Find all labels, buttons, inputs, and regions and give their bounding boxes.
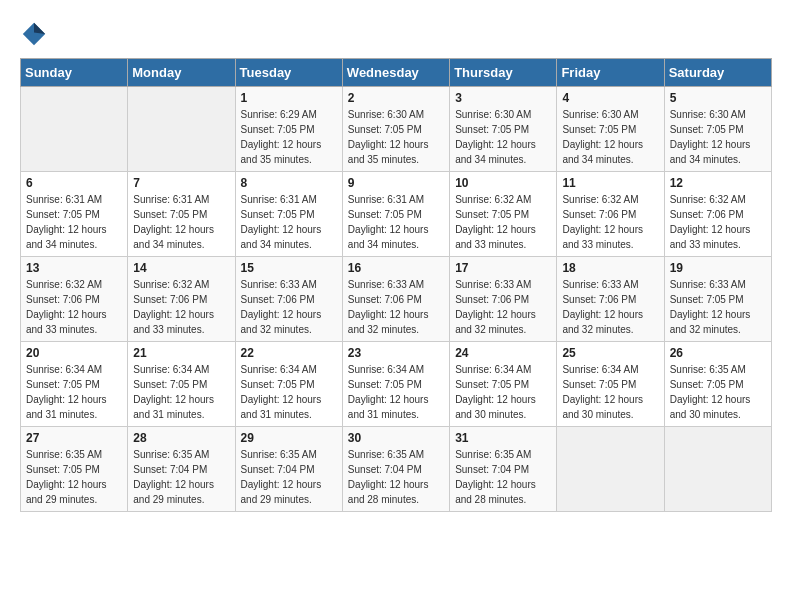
day-info: Sunrise: 6:33 AMSunset: 7:06 PMDaylight:… [455, 277, 551, 337]
day-info: Sunrise: 6:34 AMSunset: 7:05 PMDaylight:… [348, 362, 444, 422]
day-info: Sunrise: 6:34 AMSunset: 7:05 PMDaylight:… [455, 362, 551, 422]
calendar-cell: 24Sunrise: 6:34 AMSunset: 7:05 PMDayligh… [450, 342, 557, 427]
day-number: 7 [133, 176, 229, 190]
day-number: 2 [348, 91, 444, 105]
calendar-cell [128, 87, 235, 172]
calendar-cell: 1Sunrise: 6:29 AMSunset: 7:05 PMDaylight… [235, 87, 342, 172]
calendar-week-2: 6Sunrise: 6:31 AMSunset: 7:05 PMDaylight… [21, 172, 772, 257]
day-number: 29 [241, 431, 337, 445]
day-info: Sunrise: 6:30 AMSunset: 7:05 PMDaylight:… [455, 107, 551, 167]
calendar-cell: 31Sunrise: 6:35 AMSunset: 7:04 PMDayligh… [450, 427, 557, 512]
calendar-table: SundayMondayTuesdayWednesdayThursdayFrid… [20, 58, 772, 512]
calendar-cell: 6Sunrise: 6:31 AMSunset: 7:05 PMDaylight… [21, 172, 128, 257]
calendar-cell: 27Sunrise: 6:35 AMSunset: 7:05 PMDayligh… [21, 427, 128, 512]
day-number: 16 [348, 261, 444, 275]
calendar-cell: 15Sunrise: 6:33 AMSunset: 7:06 PMDayligh… [235, 257, 342, 342]
day-info: Sunrise: 6:31 AMSunset: 7:05 PMDaylight:… [241, 192, 337, 252]
day-number: 25 [562, 346, 658, 360]
day-number: 28 [133, 431, 229, 445]
calendar-cell: 22Sunrise: 6:34 AMSunset: 7:05 PMDayligh… [235, 342, 342, 427]
day-number: 6 [26, 176, 122, 190]
calendar-header-row: SundayMondayTuesdayWednesdayThursdayFrid… [21, 59, 772, 87]
col-header-saturday: Saturday [664, 59, 771, 87]
day-info: Sunrise: 6:35 AMSunset: 7:04 PMDaylight:… [348, 447, 444, 507]
calendar-week-1: 1Sunrise: 6:29 AMSunset: 7:05 PMDaylight… [21, 87, 772, 172]
calendar-cell: 3Sunrise: 6:30 AMSunset: 7:05 PMDaylight… [450, 87, 557, 172]
day-info: Sunrise: 6:34 AMSunset: 7:05 PMDaylight:… [26, 362, 122, 422]
calendar-cell [664, 427, 771, 512]
calendar-week-5: 27Sunrise: 6:35 AMSunset: 7:05 PMDayligh… [21, 427, 772, 512]
page-header [20, 20, 772, 48]
day-info: Sunrise: 6:30 AMSunset: 7:05 PMDaylight:… [670, 107, 766, 167]
col-header-thursday: Thursday [450, 59, 557, 87]
day-info: Sunrise: 6:31 AMSunset: 7:05 PMDaylight:… [133, 192, 229, 252]
calendar-week-3: 13Sunrise: 6:32 AMSunset: 7:06 PMDayligh… [21, 257, 772, 342]
day-number: 14 [133, 261, 229, 275]
day-number: 22 [241, 346, 337, 360]
calendar-cell: 4Sunrise: 6:30 AMSunset: 7:05 PMDaylight… [557, 87, 664, 172]
calendar-cell: 13Sunrise: 6:32 AMSunset: 7:06 PMDayligh… [21, 257, 128, 342]
calendar-cell: 25Sunrise: 6:34 AMSunset: 7:05 PMDayligh… [557, 342, 664, 427]
day-number: 24 [455, 346, 551, 360]
calendar-cell: 19Sunrise: 6:33 AMSunset: 7:05 PMDayligh… [664, 257, 771, 342]
day-number: 18 [562, 261, 658, 275]
day-info: Sunrise: 6:29 AMSunset: 7:05 PMDaylight:… [241, 107, 337, 167]
day-info: Sunrise: 6:35 AMSunset: 7:05 PMDaylight:… [26, 447, 122, 507]
calendar-cell: 20Sunrise: 6:34 AMSunset: 7:05 PMDayligh… [21, 342, 128, 427]
calendar-cell: 11Sunrise: 6:32 AMSunset: 7:06 PMDayligh… [557, 172, 664, 257]
calendar-cell: 2Sunrise: 6:30 AMSunset: 7:05 PMDaylight… [342, 87, 449, 172]
day-number: 23 [348, 346, 444, 360]
day-info: Sunrise: 6:33 AMSunset: 7:06 PMDaylight:… [348, 277, 444, 337]
day-info: Sunrise: 6:35 AMSunset: 7:04 PMDaylight:… [241, 447, 337, 507]
svg-marker-1 [34, 23, 45, 34]
day-info: Sunrise: 6:33 AMSunset: 7:06 PMDaylight:… [562, 277, 658, 337]
day-number: 26 [670, 346, 766, 360]
day-number: 3 [455, 91, 551, 105]
logo-icon [20, 20, 48, 48]
col-header-tuesday: Tuesday [235, 59, 342, 87]
day-number: 27 [26, 431, 122, 445]
calendar-cell [557, 427, 664, 512]
day-number: 21 [133, 346, 229, 360]
calendar-cell: 28Sunrise: 6:35 AMSunset: 7:04 PMDayligh… [128, 427, 235, 512]
calendar-cell: 14Sunrise: 6:32 AMSunset: 7:06 PMDayligh… [128, 257, 235, 342]
day-info: Sunrise: 6:30 AMSunset: 7:05 PMDaylight:… [562, 107, 658, 167]
day-number: 9 [348, 176, 444, 190]
day-number: 19 [670, 261, 766, 275]
day-number: 10 [455, 176, 551, 190]
day-info: Sunrise: 6:35 AMSunset: 7:04 PMDaylight:… [455, 447, 551, 507]
day-number: 8 [241, 176, 337, 190]
day-info: Sunrise: 6:34 AMSunset: 7:05 PMDaylight:… [562, 362, 658, 422]
day-number: 1 [241, 91, 337, 105]
calendar-cell: 29Sunrise: 6:35 AMSunset: 7:04 PMDayligh… [235, 427, 342, 512]
calendar-cell: 21Sunrise: 6:34 AMSunset: 7:05 PMDayligh… [128, 342, 235, 427]
calendar-cell: 17Sunrise: 6:33 AMSunset: 7:06 PMDayligh… [450, 257, 557, 342]
day-info: Sunrise: 6:31 AMSunset: 7:05 PMDaylight:… [26, 192, 122, 252]
calendar-cell: 18Sunrise: 6:33 AMSunset: 7:06 PMDayligh… [557, 257, 664, 342]
day-number: 31 [455, 431, 551, 445]
day-info: Sunrise: 6:33 AMSunset: 7:06 PMDaylight:… [241, 277, 337, 337]
day-info: Sunrise: 6:34 AMSunset: 7:05 PMDaylight:… [133, 362, 229, 422]
calendar-cell: 23Sunrise: 6:34 AMSunset: 7:05 PMDayligh… [342, 342, 449, 427]
day-number: 15 [241, 261, 337, 275]
day-number: 17 [455, 261, 551, 275]
calendar-week-4: 20Sunrise: 6:34 AMSunset: 7:05 PMDayligh… [21, 342, 772, 427]
calendar-cell: 16Sunrise: 6:33 AMSunset: 7:06 PMDayligh… [342, 257, 449, 342]
col-header-friday: Friday [557, 59, 664, 87]
calendar-cell: 8Sunrise: 6:31 AMSunset: 7:05 PMDaylight… [235, 172, 342, 257]
day-number: 11 [562, 176, 658, 190]
day-info: Sunrise: 6:32 AMSunset: 7:06 PMDaylight:… [562, 192, 658, 252]
logo [20, 20, 50, 48]
day-info: Sunrise: 6:35 AMSunset: 7:04 PMDaylight:… [133, 447, 229, 507]
day-number: 13 [26, 261, 122, 275]
calendar-cell: 7Sunrise: 6:31 AMSunset: 7:05 PMDaylight… [128, 172, 235, 257]
day-info: Sunrise: 6:34 AMSunset: 7:05 PMDaylight:… [241, 362, 337, 422]
day-info: Sunrise: 6:32 AMSunset: 7:05 PMDaylight:… [455, 192, 551, 252]
day-number: 30 [348, 431, 444, 445]
calendar-cell: 12Sunrise: 6:32 AMSunset: 7:06 PMDayligh… [664, 172, 771, 257]
col-header-sunday: Sunday [21, 59, 128, 87]
calendar-cell [21, 87, 128, 172]
col-header-monday: Monday [128, 59, 235, 87]
day-info: Sunrise: 6:31 AMSunset: 7:05 PMDaylight:… [348, 192, 444, 252]
day-info: Sunrise: 6:33 AMSunset: 7:05 PMDaylight:… [670, 277, 766, 337]
